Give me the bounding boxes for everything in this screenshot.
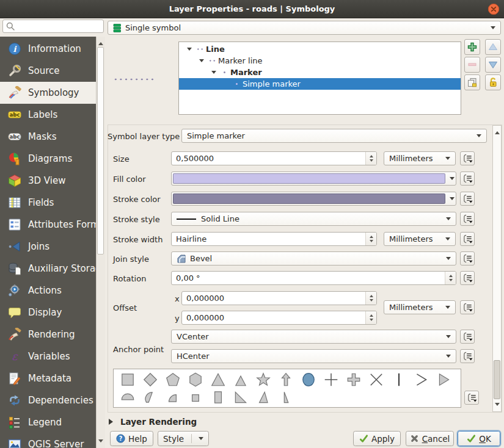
sidebar-item-information[interactable]: iInformation	[0, 38, 96, 60]
sidebar-item-auxiliary-storage[interactable]: Auxiliary Storage	[0, 258, 96, 280]
sidebar-item-actions[interactable]: Actions	[0, 280, 96, 302]
duplicate-symbol-layer-button[interactable]	[464, 74, 480, 90]
join-style-override-button[interactable]	[460, 251, 475, 266]
lock-layer-color-button[interactable]	[485, 74, 501, 90]
shape-diamond[interactable]	[139, 371, 161, 388]
sidebar-item-source[interactable]: Source	[0, 60, 96, 82]
sidebar-scrollbar-thumb[interactable]	[97, 47, 104, 255]
fill-color-button[interactable]	[171, 172, 456, 186]
sidebar-item-qgis-server[interactable]: QGIS Server	[0, 433, 96, 448]
sidebar-item-fields[interactable]: Fields	[0, 192, 96, 214]
size-spinner-buttons[interactable]	[365, 152, 376, 165]
ok-button[interactable]: OK	[458, 431, 500, 446]
shape-pentagon[interactable]	[161, 371, 184, 388]
sidebar-scrollbar[interactable]	[96, 37, 105, 448]
shape-right-half-triangle[interactable]	[252, 389, 274, 406]
shape-arrow[interactable]	[274, 371, 297, 388]
stroke-width-input[interactable]: Hairline	[171, 232, 377, 246]
sidebar-item-attributes-form[interactable]: Attributes Form	[0, 214, 96, 236]
sidebar-item-symbology[interactable]: Symbology	[0, 82, 96, 104]
sidebar-item-display[interactable]: Display	[0, 302, 96, 323]
fill-color-dropdown[interactable]	[445, 173, 455, 184]
tree-expand-caret-icon[interactable]	[185, 46, 194, 52]
shape-half-square[interactable]	[206, 389, 229, 406]
size-override-button[interactable]	[460, 151, 475, 165]
stroke-width-override-button[interactable]	[460, 232, 475, 246]
shape-cross[interactable]	[320, 371, 342, 388]
shape-cross2[interactable]	[365, 371, 387, 388]
stroke-width-spinner-buttons[interactable]	[365, 233, 376, 245]
rotation-override-button[interactable]	[460, 271, 475, 285]
shape-circle[interactable]	[297, 371, 320, 388]
symbol-tree-item-line[interactable]: Line	[179, 43, 461, 55]
sidebar-item-variables[interactable]: εVariables	[0, 345, 96, 367]
move-layer-down-button[interactable]	[485, 57, 501, 73]
shape-override-button[interactable]	[464, 391, 479, 405]
sidebar-item-metadata[interactable]: Metadata	[0, 367, 96, 389]
shape-star[interactable]	[252, 371, 274, 388]
scroll-down-icon[interactable]	[495, 403, 500, 408]
offset-x-input[interactable]: 0,000000	[181, 291, 377, 305]
apply-button[interactable]: Apply	[353, 431, 401, 446]
sidebar-item-joins[interactable]: Joins	[0, 236, 96, 258]
anchor-vertical-combo[interactable]: VCenter	[171, 330, 456, 344]
tree-expand-caret-icon[interactable]	[210, 70, 218, 75]
shape-arrowhead[interactable]	[410, 371, 433, 388]
stroke-color-button[interactable]	[171, 192, 456, 206]
sidebar-item-3d-view[interactable]: 3D View	[0, 170, 96, 192]
fill-color-override-button[interactable]	[460, 172, 475, 186]
close-button[interactable]	[488, 3, 500, 15]
shape-left-half-triangle[interactable]	[274, 389, 297, 406]
shape-hexagon[interactable]	[184, 371, 206, 388]
anchor-vertical-override-button[interactable]	[460, 330, 475, 344]
scroll-up-icon[interactable]	[98, 40, 103, 45]
shape-diagonal-half-square[interactable]	[229, 389, 252, 406]
stroke-style-override-button[interactable]	[460, 212, 475, 226]
stroke-color-override-button[interactable]	[460, 192, 475, 206]
sidebar-item-diagrams[interactable]: Diagrams	[0, 148, 96, 170]
rotation-spinner-buttons[interactable]	[445, 272, 456, 284]
style-menu-button[interactable]: Style	[158, 431, 209, 446]
shape-quarter-circle[interactable]	[161, 389, 184, 406]
sidebar-item-masks[interactable]: abcMasks	[0, 126, 96, 148]
symbol-tree-item-marker-line[interactable]: Marker line	[179, 55, 461, 67]
shape-cross-fill[interactable]	[342, 371, 365, 388]
shape-third-circle[interactable]	[139, 389, 161, 406]
shape-quarter-square[interactable]	[184, 389, 206, 406]
offset-y-spinner-buttons[interactable]	[365, 311, 376, 324]
search-input[interactable]	[2, 20, 104, 33]
size-input[interactable]: 0,500000	[171, 151, 377, 165]
shape-semi-circle[interactable]	[116, 389, 139, 406]
stroke-width-unit-combo[interactable]: Millimeters	[384, 232, 456, 246]
sidebar-item-rendering[interactable]: Rendering	[0, 323, 96, 345]
scroll-down-icon[interactable]	[98, 439, 103, 445]
symbol-layer-type-combo[interactable]: Simple marker	[181, 129, 487, 143]
help-button[interactable]: ? Help	[110, 431, 153, 446]
shape-triangle[interactable]	[206, 371, 229, 388]
offset-unit-combo[interactable]: Millimeters	[384, 300, 456, 314]
main-scrollbar-thumb[interactable]	[494, 360, 500, 399]
anchor-horizontal-combo[interactable]: HCenter	[171, 349, 456, 363]
shape-filled-arrowhead[interactable]	[433, 371, 455, 388]
stroke-style-combo[interactable]: Solid Line	[171, 212, 456, 226]
scroll-up-icon[interactable]	[495, 129, 500, 134]
shape-square[interactable]	[116, 371, 139, 388]
offset-override-button[interactable]	[460, 300, 475, 314]
offset-y-input[interactable]: 0,000000	[181, 311, 377, 325]
stroke-color-dropdown[interactable]	[445, 193, 455, 204]
titlebar[interactable]: Layer Properties - roads | Symbology	[0, 0, 504, 18]
sidebar-item-legend[interactable]: Legend	[0, 411, 96, 433]
renderer-combo[interactable]: Single symbol	[108, 21, 501, 35]
shape-equilateral-triangle[interactable]	[229, 371, 252, 388]
symbol-tree-item-marker[interactable]: Marker	[179, 67, 461, 78]
shape-line[interactable]	[387, 371, 410, 388]
anchor-horizontal-override-button[interactable]	[460, 349, 475, 363]
layer-rendering-section[interactable]: Layer Rendering	[109, 417, 197, 427]
symbol-tree-item-simple-marker[interactable]: Simple marker	[179, 78, 461, 90]
offset-x-spinner-buttons[interactable]	[365, 292, 376, 305]
sidebar-item-dependencies[interactable]: Dependencies	[0, 389, 96, 411]
join-style-combo[interactable]: Bevel	[171, 251, 456, 266]
sidebar-item-labels[interactable]: abcLabels	[0, 104, 96, 126]
rotation-input[interactable]: 0,00 °	[171, 271, 456, 285]
tree-expand-caret-icon[interactable]	[197, 58, 206, 63]
